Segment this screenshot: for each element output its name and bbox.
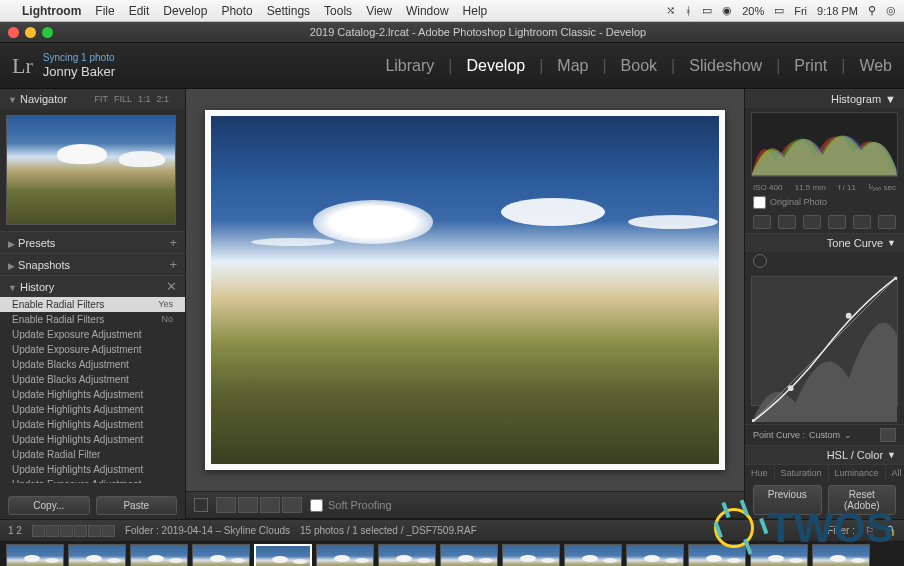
spot-removal-icon[interactable] [778, 215, 796, 229]
history-item[interactable]: Update Exposure Adjustment [0, 342, 185, 357]
rating-icon[interactable] [60, 525, 73, 537]
window-close-button[interactable] [8, 27, 19, 38]
filmstrip-thumbnail[interactable] [564, 544, 622, 566]
menu-settings[interactable]: Settings [267, 4, 310, 18]
app-menu[interactable]: Lightroom [22, 4, 81, 18]
tone-curve-editor[interactable] [751, 276, 898, 406]
history-header[interactable]: ▼ History ✕ [0, 276, 185, 297]
window-minimize-button[interactable] [25, 27, 36, 38]
history-item[interactable]: Update Highlights Adjustment [0, 402, 185, 417]
soft-proofing-checkbox[interactable] [310, 499, 323, 512]
hsl-tab-luminance[interactable]: Luminance [829, 465, 886, 481]
nav-mode-1-1[interactable]: 1:1 [138, 94, 151, 104]
hsl-tab-all[interactable]: All [886, 465, 904, 481]
clear-history-icon[interactable]: ✕ [166, 279, 177, 294]
clock-day[interactable]: Fri [794, 5, 807, 17]
filmstrip-thumbnail[interactable] [130, 544, 188, 566]
filmstrip-thumbnail[interactable] [378, 544, 436, 566]
nav-mode-fit[interactable]: FIT [94, 94, 108, 104]
clock-time[interactable]: 9:18 PM [817, 5, 858, 17]
point-curve-select[interactable]: Custom [809, 430, 840, 440]
label-icon[interactable] [74, 525, 87, 537]
flag-reject-icon[interactable] [46, 525, 59, 537]
navigator-thumbnail[interactable] [6, 115, 176, 225]
history-item[interactable]: Update Exposure Adjustment [0, 327, 185, 342]
paste-settings-button[interactable]: Paste [96, 496, 178, 515]
module-web[interactable]: Web [859, 57, 892, 75]
history-item[interactable]: Enable Radial FiltersYes [0, 297, 185, 312]
view-mode-button[interactable] [260, 497, 280, 513]
siri-icon[interactable]: ◎ [886, 4, 896, 17]
presets-header[interactable]: ▶ Presets + [0, 232, 185, 253]
menu-view[interactable]: View [366, 4, 392, 18]
menu-tools[interactable]: Tools [324, 4, 352, 18]
history-item[interactable]: Update Exposure Adjustment [0, 477, 185, 483]
window-maximize-button[interactable] [42, 27, 53, 38]
original-photo-checkbox[interactable] [753, 196, 766, 209]
hsl-header[interactable]: HSL / Color ▼ [745, 445, 904, 464]
image-canvas[interactable] [205, 110, 725, 470]
menu-help[interactable]: Help [463, 4, 488, 18]
menu-develop[interactable]: Develop [163, 4, 207, 18]
view-mode-button[interactable] [216, 497, 236, 513]
history-item[interactable]: Enable Radial FiltersNo [0, 312, 185, 327]
module-book[interactable]: Book [621, 57, 657, 75]
snapshots-header[interactable]: ▶ Snapshots + [0, 254, 185, 275]
filmstrip-thumbnail[interactable] [440, 544, 498, 566]
crop-tool-icon[interactable] [753, 215, 771, 229]
add-snapshot-icon[interactable]: + [169, 257, 177, 272]
nav-mode-2-1[interactable]: 2:1 [156, 94, 169, 104]
nav-mode-fill[interactable]: FILL [114, 94, 132, 104]
filmstrip-thumbnail[interactable] [626, 544, 684, 566]
identity-plate[interactable]: Syncing 1 photo Jonny Baker [43, 52, 115, 80]
bluetooth-icon[interactable]: ᚼ [685, 5, 692, 17]
filmstrip-thumbnail[interactable] [316, 544, 374, 566]
menu-edit[interactable]: Edit [129, 4, 150, 18]
target-adjustment-icon[interactable] [753, 254, 767, 268]
nav-icon[interactable] [102, 525, 115, 537]
history-item[interactable]: Update Blacks Adjustment [0, 372, 185, 387]
spotlight-icon[interactable]: ⚲ [868, 4, 876, 17]
graduated-filter-icon[interactable] [828, 215, 846, 229]
hsl-tab-saturation[interactable]: Saturation [775, 465, 829, 481]
module-develop[interactable]: Develop [466, 57, 525, 75]
folder-path[interactable]: Folder : 2019-04-14 – Skyline Clouds [125, 525, 290, 536]
filmstrip-thumbnail[interactable] [68, 544, 126, 566]
navigator-preview[interactable] [0, 109, 185, 231]
histogram-display[interactable] [751, 112, 898, 177]
module-library[interactable]: Library [385, 57, 434, 75]
fast-switch-icon[interactable]: ⤭ [666, 4, 675, 17]
grid-view-toggle[interactable]: 1 2 [8, 525, 22, 536]
filmstrip-thumbnail[interactable] [502, 544, 560, 566]
dropdown-icon[interactable]: ⌄ [844, 430, 852, 440]
loupe-view-button[interactable] [194, 498, 208, 512]
history-item[interactable]: Update Highlights Adjustment [0, 432, 185, 447]
histogram-header[interactable]: Histogram ▼ [745, 89, 904, 108]
menu-file[interactable]: File [95, 4, 114, 18]
module-print[interactable]: Print [794, 57, 827, 75]
menu-window[interactable]: Window [406, 4, 449, 18]
airplay-icon[interactable]: ▭ [702, 4, 712, 17]
adjustment-brush-icon[interactable] [878, 215, 896, 229]
filmstrip-thumbnail[interactable] [192, 544, 250, 566]
history-item[interactable]: Update Highlights Adjustment [0, 387, 185, 402]
module-slideshow[interactable]: Slideshow [689, 57, 762, 75]
redeye-tool-icon[interactable] [803, 215, 821, 229]
copy-settings-button[interactable]: Copy... [8, 496, 90, 515]
wifi-icon[interactable]: ◉ [722, 4, 732, 17]
hsl-tab-hue[interactable]: Hue [745, 465, 775, 481]
radial-filter-icon[interactable] [853, 215, 871, 229]
history-item[interactable]: Update Highlights Adjustment [0, 417, 185, 432]
tone-curve-header[interactable]: Tone Curve ▼ [745, 233, 904, 252]
menu-photo[interactable]: Photo [221, 4, 252, 18]
rotate-icon[interactable] [88, 525, 101, 537]
module-map[interactable]: Map [557, 57, 588, 75]
flag-pick-icon[interactable] [32, 525, 45, 537]
history-item[interactable]: Update Highlights Adjustment [0, 462, 185, 477]
view-mode-button[interactable] [238, 497, 258, 513]
navigator-header[interactable]: ▼ Navigator FIT FILL 1:1 2:1 [0, 89, 185, 109]
curve-edit-icon[interactable] [880, 428, 896, 442]
filmstrip-thumbnail[interactable] [6, 544, 64, 566]
history-item[interactable]: Update Blacks Adjustment [0, 357, 185, 372]
view-mode-button[interactable] [282, 497, 302, 513]
